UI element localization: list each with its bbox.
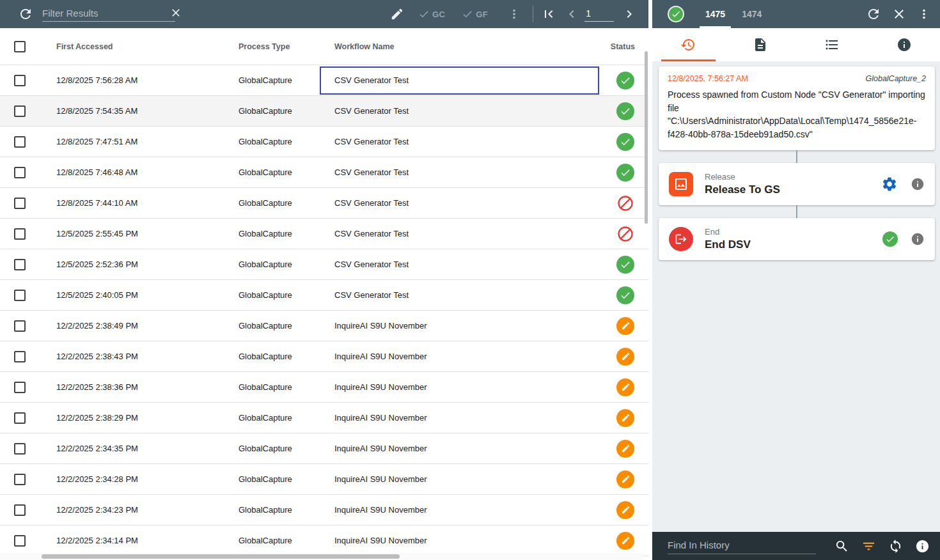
more-vert-icon[interactable]: [917, 7, 931, 21]
tab-list[interactable]: [796, 28, 868, 61]
edit-circle-icon[interactable]: [616, 440, 634, 458]
gear-icon[interactable]: [881, 176, 898, 192]
row-checkbox[interactable]: [14, 136, 26, 148]
page-number-input[interactable]: [584, 7, 614, 21]
vertical-scrollbar[interactable]: [645, 51, 648, 224]
workflow-name-cell[interactable]: InquireAI S9U November: [320, 435, 599, 463]
column-header-status[interactable]: Status: [599, 42, 644, 51]
edit-circle-icon[interactable]: [616, 532, 634, 550]
workflow-name-cell[interactable]: CSV Generator Test: [320, 159, 599, 187]
next-page-icon[interactable]: [622, 6, 637, 22]
tab-history[interactable]: [652, 28, 725, 61]
row-checkbox[interactable]: [14, 259, 26, 270]
workflow-name-cell[interactable]: InquireAI S9U November: [320, 404, 599, 432]
node-card[interactable]: End End DSV: [659, 218, 935, 260]
workflow-name-cell[interactable]: InquireAI S9U November: [320, 465, 599, 494]
row-checkbox[interactable]: [14, 167, 26, 178]
more-vert-icon[interactable]: [507, 7, 521, 21]
row-checkbox[interactable]: [14, 535, 26, 547]
workflow-name-cell[interactable]: InquireAI S9U November: [320, 343, 599, 371]
column-header-process-type[interactable]: Process Type: [228, 42, 320, 51]
sync-icon[interactable]: [888, 539, 903, 554]
process-tab-1475[interactable]: 1475: [697, 0, 733, 28]
workflow-name-cell[interactable]: InquireAI S9U November: [320, 527, 599, 555]
workflow-name-cell[interactable]: CSV Generator Test: [320, 128, 599, 156]
workflow-name-cell[interactable]: InquireAI S9U November: [320, 373, 599, 401]
table-row[interactable]: 12/2/2025 2:34:14 PM GlobalCapture Inqui…: [0, 525, 648, 556]
search-icon[interactable]: [834, 539, 849, 554]
first-page-icon[interactable]: [541, 6, 556, 22]
process-tab-1474[interactable]: 1474: [733, 0, 770, 28]
workflow-name-cell[interactable]: CSV Generator Test: [320, 66, 599, 95]
check-circle-icon[interactable]: [616, 72, 634, 89]
row-checkbox[interactable]: [14, 351, 26, 362]
tab-document[interactable]: [725, 28, 797, 61]
node-info-icon[interactable]: [911, 232, 925, 246]
table-row[interactable]: 12/5/2025 2:40:05 PM GlobalCapture CSV G…: [0, 280, 648, 311]
check-circle-icon[interactable]: [616, 256, 634, 274]
row-checkbox[interactable]: [14, 198, 26, 209]
check-circle-icon[interactable]: [616, 102, 634, 120]
workflow-name-cell[interactable]: CSV Generator Test: [320, 97, 599, 125]
workflow-name-cell[interactable]: CSV Generator Test: [320, 220, 599, 248]
filter-results-input[interactable]: [42, 8, 169, 19]
gf-toggle[interactable]: GF: [462, 8, 488, 20]
edit-circle-icon[interactable]: [616, 378, 634, 396]
row-checkbox[interactable]: [14, 474, 26, 485]
check-circle-icon[interactable]: [616, 286, 634, 304]
tab-info[interactable]: [868, 28, 940, 61]
horizontal-scrollbar[interactable]: [42, 554, 400, 559]
table-row[interactable]: 12/8/2025 7:47:51 AM GlobalCapture CSV G…: [0, 127, 648, 157]
prev-page-icon[interactable]: [564, 6, 579, 22]
edit-circle-icon[interactable]: [616, 501, 634, 519]
check-circle-icon[interactable]: [616, 133, 634, 151]
info-icon[interactable]: [915, 539, 930, 554]
table-row[interactable]: 12/8/2025 7:54:35 AM GlobalCapture CSV G…: [0, 96, 648, 127]
history-entry-card[interactable]: 12/8/2025, 7:56:27 AM GlobalCapture_2 Pr…: [659, 66, 935, 150]
table-row[interactable]: 12/8/2025 7:56:28 AM GlobalCapture CSV G…: [0, 65, 648, 96]
column-header-workflow-name[interactable]: Workflow Name: [320, 33, 599, 61]
table-row[interactable]: 12/2/2025 2:34:28 PM GlobalCapture Inqui…: [0, 464, 648, 495]
table-row[interactable]: 12/8/2025 7:44:10 AM GlobalCapture CSV G…: [0, 188, 648, 219]
table-row[interactable]: 12/5/2025 2:52:36 PM GlobalCapture CSV G…: [0, 249, 648, 280]
edit-circle-icon[interactable]: [616, 409, 634, 427]
table-row[interactable]: 12/2/2025 2:38:43 PM GlobalCapture Inqui…: [0, 341, 648, 372]
workflow-name-cell[interactable]: InquireAI S9U November: [320, 496, 599, 524]
block-icon[interactable]: [616, 225, 634, 243]
select-all-checkbox[interactable]: [14, 41, 26, 52]
gc-toggle[interactable]: GC: [418, 8, 445, 20]
row-checkbox[interactable]: [14, 105, 26, 117]
block-icon[interactable]: [616, 194, 634, 212]
table-row[interactable]: 12/2/2025 2:34:35 PM GlobalCapture Inqui…: [0, 433, 648, 464]
filter-icon[interactable]: [861, 539, 876, 554]
edit-circle-icon[interactable]: [616, 348, 634, 366]
row-checkbox[interactable]: [14, 412, 26, 424]
table-row[interactable]: 12/8/2025 7:46:48 AM GlobalCapture CSV G…: [0, 157, 648, 188]
check-circle-icon[interactable]: [616, 164, 634, 182]
row-checkbox[interactable]: [14, 75, 26, 86]
row-checkbox[interactable]: [14, 382, 26, 393]
workflow-name-cell[interactable]: InquireAI S9U November: [320, 312, 599, 340]
edit-icon[interactable]: [390, 7, 404, 21]
refresh-icon[interactable]: [18, 6, 33, 22]
table-row[interactable]: 12/5/2025 2:55:45 PM GlobalCapture CSV G…: [0, 219, 648, 249]
table-row[interactable]: 12/2/2025 2:38:29 PM GlobalCapture Inqui…: [0, 403, 648, 433]
table-row[interactable]: 12/2/2025 2:34:23 PM GlobalCapture Inqui…: [0, 495, 648, 525]
row-checkbox[interactable]: [14, 504, 26, 516]
row-checkbox[interactable]: [14, 290, 26, 301]
clear-filter-icon[interactable]: [169, 6, 182, 19]
column-header-first-accessed[interactable]: First Accessed: [40, 42, 228, 51]
table-row[interactable]: 12/2/2025 2:38:36 PM GlobalCapture Inqui…: [0, 372, 648, 403]
close-icon[interactable]: [891, 6, 907, 22]
workflow-name-cell[interactable]: CSV Generator Test: [320, 281, 599, 309]
refresh-icon[interactable]: [866, 6, 881, 22]
edit-circle-icon[interactable]: [616, 317, 634, 335]
node-info-icon[interactable]: [911, 177, 925, 191]
table-row[interactable]: 12/2/2025 2:38:49 PM GlobalCapture Inqui…: [0, 311, 648, 341]
workflow-name-cell[interactable]: CSV Generator Test: [320, 189, 599, 217]
row-checkbox[interactable]: [14, 320, 26, 332]
node-card[interactable]: Release Release To GS: [659, 163, 935, 205]
find-in-history-input[interactable]: [668, 538, 816, 554]
edit-circle-icon[interactable]: [616, 471, 634, 488]
workflow-name-cell[interactable]: CSV Generator Test: [320, 251, 599, 279]
